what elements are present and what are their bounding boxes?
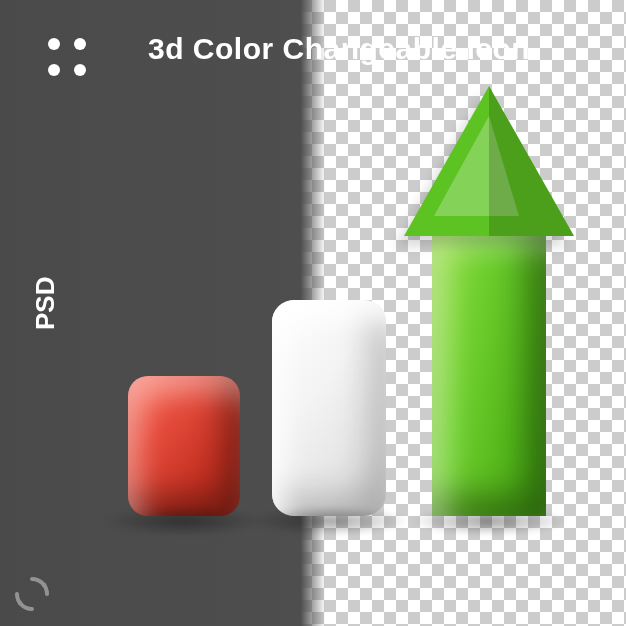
bar-white xyxy=(272,300,386,516)
bar-green-arrow xyxy=(404,86,574,516)
shadow xyxy=(106,506,263,536)
arrow-up-icon xyxy=(404,86,574,236)
bar-red xyxy=(128,376,240,516)
icon-stage xyxy=(0,106,626,626)
dot-grid-icon xyxy=(48,38,86,76)
shadow xyxy=(249,506,409,536)
arrow-shaft xyxy=(432,231,546,516)
page-title: 3d Color Changeable Icon xyxy=(148,32,530,66)
